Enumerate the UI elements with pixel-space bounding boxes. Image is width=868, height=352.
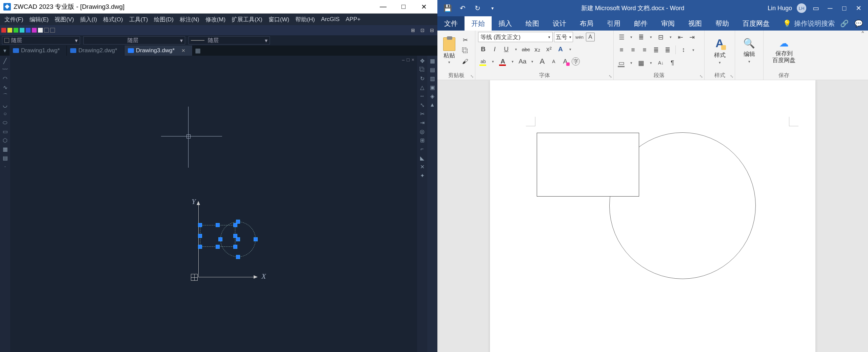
rectangle-tool-icon[interactable]: ▭	[1, 128, 9, 135]
show-marks-button[interactable]: ¶	[667, 58, 677, 68]
color-green-icon[interactable]	[14, 28, 18, 33]
menu-edit[interactable]: 编辑(E)	[26, 16, 52, 23]
menu-help[interactable]: 帮助(H)	[292, 16, 318, 23]
rectangle-shape[interactable]	[537, 133, 639, 197]
font-name-dropdown[interactable]: 等线 (西文正文)▾	[478, 32, 553, 42]
save-baidu-button[interactable]: ☁ 保存到 百度网盘	[767, 36, 801, 66]
palette1-icon[interactable]: ▦	[429, 57, 436, 64]
bullets-button[interactable]: ☰	[616, 32, 627, 42]
tab-mailings[interactable]: 邮件	[627, 16, 654, 31]
word-document-area[interactable]	[437, 80, 868, 352]
menu-format[interactable]: 格式(O)	[100, 16, 126, 23]
tab-home[interactable]: 开始	[465, 16, 492, 31]
arc2-tool-icon[interactable]: ⌒	[1, 92, 9, 100]
styles-button[interactable]: A 样式 ▾	[709, 35, 731, 66]
tab-file[interactable]: 文件	[437, 16, 465, 31]
explode-tool-icon[interactable]: ✦	[418, 172, 426, 179]
extend-tool-icon[interactable]: ⇥	[418, 119, 426, 126]
grip[interactable]	[236, 255, 240, 259]
hatch-tool-icon[interactable]: ▦	[1, 145, 9, 153]
align-justify-button[interactable]: ≣	[651, 45, 661, 55]
subscript-button[interactable]: x₂	[532, 44, 542, 54]
tool-a-icon[interactable]: ⊞	[409, 26, 417, 34]
grow-font-phonetic-icon[interactable]: wén	[574, 32, 585, 42]
dialog-launcher-icon[interactable]: ⤡	[730, 74, 733, 79]
align-left-button[interactable]: ≡	[616, 45, 627, 55]
spline-tool-icon[interactable]: ∿	[1, 84, 9, 91]
grip[interactable]	[198, 223, 202, 227]
palette2-icon[interactable]: ▤	[429, 66, 436, 73]
grip[interactable]	[218, 237, 222, 241]
align-center-button[interactable]: ≡	[628, 45, 638, 55]
table-tool-icon[interactable]: ▤	[1, 154, 9, 162]
palette3-icon[interactable]: ▥	[429, 75, 436, 82]
enclose-char-button[interactable]: 字	[572, 57, 580, 66]
menu-arcgis[interactable]: ArcGIS	[318, 16, 343, 23]
color-bylayer2-icon[interactable]	[50, 28, 55, 33]
color-blue-icon[interactable]	[26, 28, 31, 33]
underline-button[interactable]: U	[501, 44, 511, 54]
grip[interactable]	[233, 245, 237, 249]
menu-draw[interactable]: 绘图(D)	[151, 16, 177, 23]
word-user-name[interactable]: Lin Hugo	[768, 5, 792, 12]
tab-help[interactable]: 帮助	[709, 16, 736, 31]
offset-tool-icon[interactable]: ◎	[418, 128, 426, 135]
superscript-button[interactable]: x²	[544, 44, 554, 54]
color-white-icon[interactable]	[38, 28, 43, 33]
bold-button[interactable]: B	[478, 44, 488, 54]
multilevel-button[interactable]: ⊟	[656, 32, 666, 42]
menu-file[interactable]: 文件(F)	[1, 16, 26, 23]
editing-button[interactable]: 🔍 编辑 ▾	[738, 36, 760, 65]
chamfer-tool-icon[interactable]: ◣	[418, 154, 426, 162]
circle-tool-icon[interactable]: ○	[1, 110, 9, 117]
menu-modify[interactable]: 修改(M)	[202, 16, 229, 23]
polyline-tool-icon[interactable]: 〰	[1, 66, 9, 73]
decrease-indent-button[interactable]: ⇤	[675, 32, 686, 42]
redo-icon[interactable]: ↻	[473, 3, 482, 13]
zwcad-titlebar[interactable]: ZWCAD 2023 专业版 - [Drawing3.dwg] — □ ✕	[0, 0, 437, 14]
grip[interactable]	[216, 245, 220, 249]
color-bylayer1-icon[interactable]	[44, 28, 49, 33]
erase-tool-icon[interactable]: ✕	[418, 163, 426, 170]
color-cyan-icon[interactable]	[20, 28, 24, 33]
font-size-dropdown[interactable]: 五号▾	[554, 32, 573, 42]
dialog-launcher-icon[interactable]: ⤡	[609, 74, 612, 79]
scale-tool-icon[interactable]: ⤡	[418, 101, 426, 109]
color-magenta-icon[interactable]	[32, 28, 37, 33]
inner-maximize[interactable]: □	[407, 57, 409, 62]
grip[interactable]	[236, 220, 240, 224]
grip[interactable]	[198, 234, 202, 238]
zwcad-maximize-button[interactable]: □	[397, 2, 410, 12]
collapse-ribbon-icon[interactable]: ˄	[861, 31, 865, 78]
strike-button[interactable]: abc	[521, 44, 531, 54]
inner-minimize[interactable]: –	[402, 57, 405, 62]
highlight-button[interactable]: ab	[478, 56, 488, 67]
fillet-tool-icon[interactable]: ⌐	[418, 145, 426, 153]
trim-tool-icon[interactable]: ✂	[418, 110, 426, 117]
document-page[interactable]	[490, 80, 815, 352]
array-tool-icon[interactable]: ⊞	[418, 136, 426, 144]
distribute-button[interactable]: ≣	[663, 45, 673, 55]
tab-draw[interactable]: 绘图	[519, 16, 546, 31]
tab-layout[interactable]: 布局	[573, 16, 600, 31]
comments-icon[interactable]: 💬	[854, 19, 863, 28]
copy-tool-icon[interactable]: ⿻	[418, 66, 426, 73]
zwcad-close-button[interactable]: ✕	[417, 2, 431, 12]
word-close-button[interactable]: ✕	[854, 3, 863, 13]
dialog-launcher-icon[interactable]: ⤡	[699, 74, 703, 79]
word-maximize-button[interactable]: □	[840, 3, 849, 13]
paste-button[interactable]: 粘贴 ▾	[440, 37, 458, 64]
point-tool-icon[interactable]: ·	[1, 163, 9, 170]
tab-drawing2[interactable]: Drawing2.dwg*	[67, 45, 124, 56]
grip[interactable]	[198, 245, 202, 249]
tab-drawing1[interactable]: Drawing1.dwg*	[9, 45, 67, 56]
font-color-button[interactable]: A	[498, 56, 508, 67]
copy-icon[interactable]: ⿻	[460, 46, 470, 56]
tab-review[interactable]: 审阅	[654, 16, 682, 31]
color-dropdown[interactable]: 随层▾	[2, 36, 80, 44]
char-border-icon[interactable]: A	[586, 33, 595, 41]
palette6-icon[interactable]: ▲	[429, 101, 436, 109]
menu-app-plus[interactable]: APP+	[343, 16, 364, 23]
stretch-tool-icon[interactable]: ↔	[418, 92, 426, 100]
qat-customize-icon[interactable]: ▾	[488, 3, 497, 13]
